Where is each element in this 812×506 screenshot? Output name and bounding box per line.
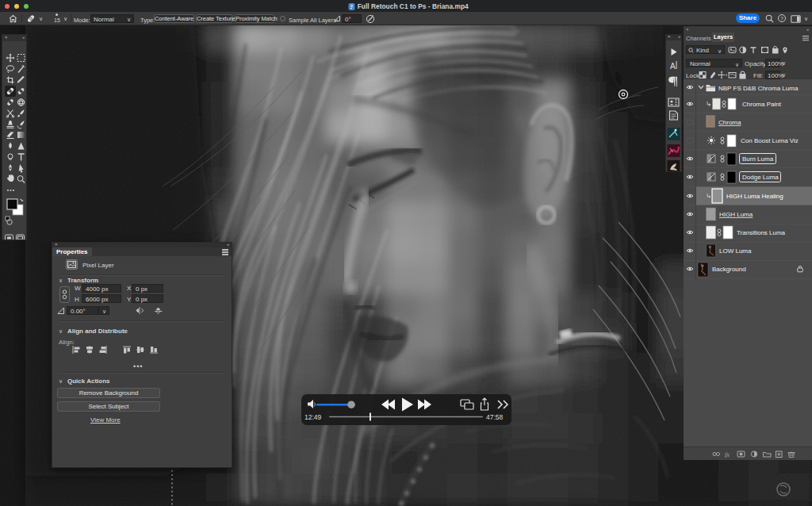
svg-text:Burn Luma: Burn Luma	[742, 155, 774, 163]
svg-text:NBP FS D&B Chroma Luma: NBP FS D&B Chroma Luma	[718, 85, 799, 92]
svg-text:Dodge Luma: Dodge Luma	[742, 174, 779, 181]
svg-text:Chroma Paint: Chroma Paint	[742, 101, 782, 108]
svg-text:12:49: 12:49	[304, 413, 322, 421]
svg-text:A: A	[670, 62, 676, 71]
svg-text:fx: fx	[725, 451, 730, 458]
svg-text:47:58: 47:58	[486, 413, 504, 421]
svg-text:Con Boost Luma Viz: Con Boost Luma Viz	[741, 137, 799, 144]
svg-text:Transitions Luma: Transitions Luma	[737, 229, 786, 236]
svg-text:LOW Luma: LOW Luma	[719, 247, 752, 255]
svg-text:Background: Background	[712, 266, 746, 273]
svg-text:Chroma: Chroma	[718, 119, 741, 126]
svg-text:HIGH Luma: HIGH Luma	[719, 211, 753, 218]
svg-text:HIGH Luma Healing: HIGH Luma Healing	[726, 193, 783, 200]
